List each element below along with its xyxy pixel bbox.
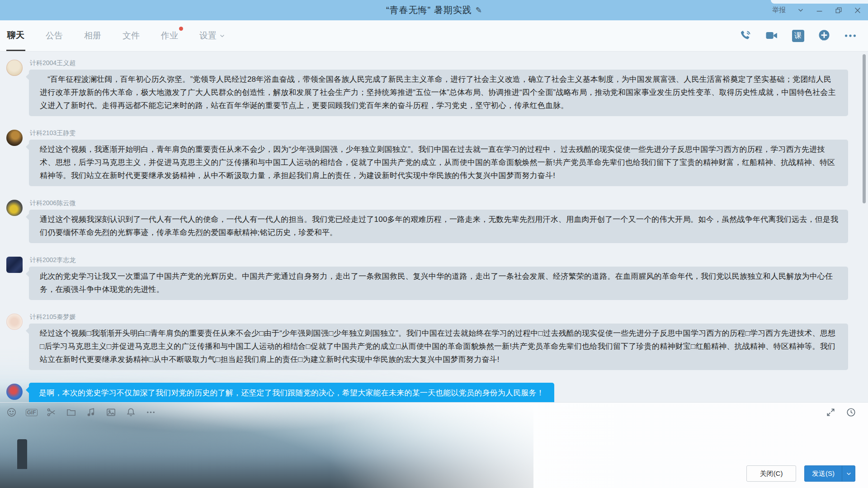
tab-album[interactable]: 相册	[83, 20, 102, 51]
sender-name: 计科2103王静雯	[30, 129, 848, 137]
add-member-icon[interactable]	[817, 29, 831, 42]
more-actions-icon[interactable]	[844, 29, 857, 42]
video-call-icon[interactable]	[765, 29, 778, 42]
expand-input-icon[interactable]	[826, 407, 836, 418]
sender-name: 计科2002李志龙	[30, 256, 848, 264]
sender-name: 计科2006陈云微	[30, 199, 848, 207]
edit-title-icon[interactable]: ✎	[476, 5, 482, 15]
avatar[interactable]	[6, 314, 23, 330]
message-list: 计科2004王义超 “百年征程波澜壮阔，百年初心历久弥坚。”党领导人民经过28年…	[0, 52, 868, 402]
chevron-down-icon	[219, 33, 225, 39]
notification-sliver	[771, 0, 868, 4]
report-dropdown-icon[interactable]	[797, 6, 805, 14]
message-history-icon[interactable]	[846, 407, 856, 418]
emoji-icon[interactable]	[6, 407, 17, 418]
chat-message: 计科2006陈云微 通过这个视频我深刻认识到了一代人有一代人的使命，一代人有一代…	[6, 199, 848, 243]
file-folder-icon[interactable]	[66, 407, 76, 418]
chat-message: 计科2002李志龙 此次的党史学习让我又一次重温了中国共产党的光辉历史。中国共产…	[6, 256, 848, 300]
avatar[interactable]	[6, 257, 23, 273]
minimize-button[interactable]	[816, 6, 824, 14]
message-bubble[interactable]: 此次的党史学习让我又一次重温了中国共产党的光辉历史。中国共产党通过自身努力，走出…	[29, 267, 848, 300]
avatar[interactable]	[6, 384, 23, 400]
bell-icon[interactable]	[126, 407, 136, 418]
image-icon[interactable]	[106, 407, 116, 418]
avatar[interactable]	[6, 200, 23, 216]
scrollbar-thumb[interactable]	[863, 54, 866, 203]
gif-icon[interactable]: GIF	[26, 407, 37, 418]
input-panel: GIF	[0, 402, 868, 488]
group-chat-window: “青春无悔” 暑期实践 ✎ 举报 聊天 公告 相册 文件 作业	[0, 0, 868, 488]
more-tools-icon[interactable]	[146, 407, 156, 418]
close-chat-button[interactable]: 关闭(C)	[746, 465, 796, 482]
message-bubble[interactable]: 是啊，本次的党史学习不仅加深了我们对党的历史的了解，还坚定了我们跟随党的决心，希…	[29, 383, 554, 402]
tab-settings[interactable]: 设置	[198, 20, 226, 51]
send-button[interactable]: 发送(S)	[804, 465, 855, 482]
screenshot-scissors-icon[interactable]	[46, 407, 57, 418]
avatar[interactable]	[6, 60, 23, 76]
restore-button[interactable]	[835, 6, 843, 14]
homework-badge-dot	[179, 27, 183, 31]
tabbar: 聊天 公告 相册 文件 作业 设置	[0, 20, 868, 52]
chat-message-self: 是啊，本次的党史学习不仅加深了我们对党的历史的了解，还坚定了我们跟随党的决心，希…	[6, 383, 848, 402]
tab-homework[interactable]: 作业	[160, 20, 179, 51]
message-input[interactable]	[0, 424, 868, 463]
chat-message: 计科2004王义超 “百年征程波澜壮阔，百年初心历久弥坚。”党领导人民经过28年…	[6, 59, 848, 116]
message-bubble[interactable]: 经过这个视频□我渐渐开头明白□青年肩负的重要责任从来不会少□由于“少年强则国强□…	[29, 324, 848, 370]
class-icon[interactable]: 课	[791, 29, 805, 42]
report-button[interactable]: 举报	[772, 6, 786, 14]
titlebar: “青春无悔” 暑期实践 ✎ 举报	[0, 0, 868, 20]
sender-name: 计科2004王义超	[30, 59, 848, 67]
music-icon[interactable]	[86, 407, 96, 418]
send-options-icon[interactable]	[842, 466, 855, 481]
group-title: “青春无悔” 暑期实践	[386, 4, 472, 16]
message-bubble[interactable]: 通过这个视频我深刻认识到了一代人有一代人的使命，一代人有一代人的担当。我们党已经…	[29, 210, 848, 243]
tab-announcements[interactable]: 公告	[45, 20, 64, 51]
tab-files[interactable]: 文件	[122, 20, 141, 51]
voice-call-icon[interactable]	[739, 29, 752, 42]
message-bubble[interactable]: “百年征程波澜壮阔，百年初心历久弥坚。”党领导人民经过28年浴血奋战，带领全国各…	[29, 70, 848, 116]
message-bubble[interactable]: 经过这个视频，我逐渐开始明白，青年肩负的重要责任从来不会少，因为“少年强则国强，…	[29, 140, 848, 186]
avatar[interactable]	[6, 130, 23, 146]
close-button[interactable]	[854, 6, 862, 14]
chat-message: 计科2103王静雯 经过这个视频，我逐渐开始明白，青年肩负的重要责任从来不会少，…	[6, 129, 848, 186]
chat-message: 计科2105秦梦媛 经过这个视频□我渐渐开头明白□青年肩负的重要责任从来不会少□…	[6, 313, 848, 370]
sender-name: 计科2105秦梦媛	[30, 313, 848, 321]
tab-chat[interactable]: 聊天	[6, 20, 25, 51]
